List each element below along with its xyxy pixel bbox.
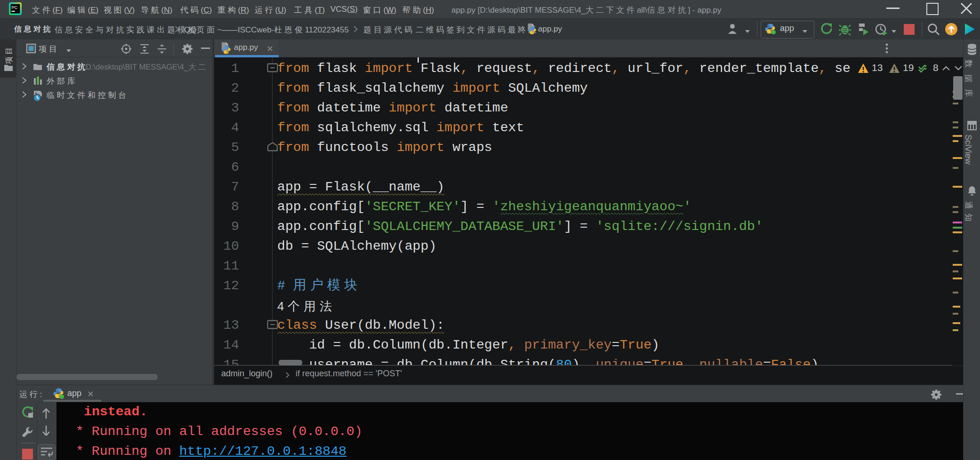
svg-text:PC: PC (12, 5, 18, 10)
